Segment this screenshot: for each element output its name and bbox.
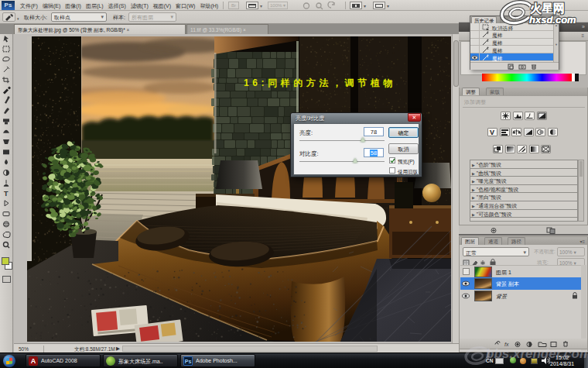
svg-text:T: T (4, 190, 9, 198)
svg-text:火星网: 火星网 (530, 2, 565, 15)
svg-text:V: V (490, 129, 494, 136)
svg-text:hxsd.com: hxsd.com (529, 14, 576, 26)
svg-text:16:同样的方法，调节植物: 16:同样的方法，调节植物 (244, 77, 396, 88)
